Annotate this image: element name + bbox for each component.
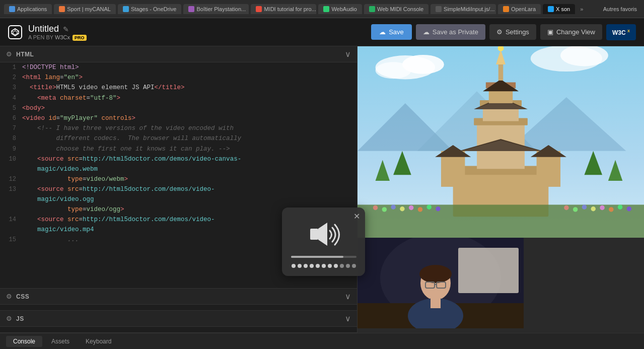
svg-rect-70 (431, 297, 441, 308)
tab-sport[interactable]: Sport | myCANAL (54, 4, 116, 14)
code-line-5: 5 <body> (0, 103, 357, 113)
svg-point-41 (382, 207, 387, 212)
volume-dot-5 (316, 264, 320, 268)
pen-username[interactable]: W3Cx (55, 34, 70, 40)
css-panel-title: CSS (16, 293, 341, 300)
js-panel-title: JS (16, 315, 341, 322)
tab-applications[interactable]: Applications (4, 4, 52, 14)
tab-label-sport: Sport | myCANAL (67, 6, 111, 12)
more-tabs-button[interactable]: » (577, 4, 586, 14)
svg-point-13 (376, 62, 411, 79)
tab-favicon-github (436, 6, 442, 12)
tab-stages[interactable]: Stages - OneDrive (118, 4, 181, 14)
volume-icon (306, 220, 341, 250)
svg-point-44 (409, 205, 413, 210)
tab-console[interactable]: Console (6, 336, 42, 347)
save-private-button[interactable]: ☁ Save as Private (416, 24, 485, 40)
tab-webmidi[interactable]: Web MIDI Console (364, 4, 428, 14)
codepen-logo-icon (11, 28, 19, 36)
codepen-title-section: Untitled ✎ A PEN BY W3Cx PRO (28, 24, 371, 40)
css-panel-collapse-button[interactable]: ∨ (345, 292, 351, 301)
change-view-button[interactable]: ▣ Change View (540, 24, 602, 40)
codepen-toolbar: Untitled ✎ A PEN BY W3Cx PRO ☁ Save ☁ Sa… (0, 18, 644, 46)
keyboard-tab-label: Keyboard (86, 338, 111, 345)
tab-boitier[interactable]: Boîtier Playstation... (183, 4, 249, 14)
code-line-10: 10 <source src=http://html5doctor.com/de… (0, 154, 357, 164)
code-line-13: 13 <source src=http://html5doctor.com/de… (0, 184, 357, 194)
edit-title-icon[interactable]: ✎ (63, 25, 69, 33)
html-panel-collapse-button[interactable]: ∨ (345, 49, 351, 59)
volume-slider-fill (291, 256, 343, 258)
svg-point-55 (627, 206, 631, 211)
volume-dot-8 (334, 264, 338, 268)
svg-point-54 (618, 204, 622, 209)
pen-title: Untitled ✎ (28, 24, 371, 34)
html-panel-title: HTML (16, 51, 341, 58)
save-private-label: Save as Private (433, 28, 478, 36)
tab-x-son[interactable]: X son (543, 4, 575, 14)
tab-openlara[interactable]: OpenLara (498, 4, 541, 14)
code-line-13b: magic/video.ogg (0, 194, 357, 204)
favorites-label: Autres favoris (600, 4, 640, 14)
save-button[interactable]: ☁ Save (371, 24, 412, 40)
assets-tab-label: Assets (51, 338, 69, 345)
tab-assets[interactable]: Assets (44, 336, 77, 347)
settings-label: Settings (506, 28, 529, 36)
tab-favicon-x-son (548, 6, 554, 12)
css-panel-header: ⚙ CSS ∨ (0, 289, 357, 305)
toolbar-actions: ☁ Save ☁ Save as Private ⚙ Settings ▣ Ch… (371, 24, 636, 40)
tab-favicon-midi (256, 6, 262, 12)
tab-label-boitier: Boîtier Playstation... (196, 6, 246, 12)
preview-section (357, 46, 644, 333)
webcam-image (357, 238, 524, 328)
pen-by-label: A PEN BY (28, 34, 53, 40)
volume-slider-track[interactable] (291, 256, 356, 258)
w3c-badge-label: W3C (612, 29, 626, 36)
browser-tab-bar: Applications Sport | myCANAL Stages - On… (0, 0, 644, 18)
html-panel-gear-icon[interactable]: ⚙ (6, 50, 12, 58)
w3c-badge-button[interactable]: W3C x (606, 24, 636, 40)
tab-keyboard[interactable]: Keyboard (79, 336, 118, 347)
browser-tabs: Applications Sport | myCANAL Stages - On… (4, 4, 597, 14)
volume-close-button[interactable]: ✕ (353, 212, 360, 221)
tab-webaudio[interactable]: WebAudio (318, 4, 362, 14)
settings-button[interactable]: ⚙ Settings (489, 24, 536, 40)
code-line-6: 6 <video id="myPlayer" controls> (0, 113, 357, 123)
pen-subtitle: A PEN BY W3Cx PRO (28, 34, 371, 40)
volume-dot-4 (310, 264, 314, 268)
svg-point-40 (373, 205, 378, 210)
html-panel-header: ⚙ HTML ∨ (0, 46, 357, 62)
preview-bottom (357, 238, 644, 333)
svg-point-48 (564, 205, 568, 210)
volume-dot-10 (346, 264, 350, 268)
volume-popup: ✕ (282, 207, 365, 276)
volume-dot-3 (304, 264, 308, 268)
volume-dot-1 (292, 264, 296, 268)
tab-github[interactable]: SimpleMidiInput.js/... (431, 4, 496, 14)
js-panel-gear-icon[interactable]: ⚙ (6, 315, 12, 322)
js-panel-collapse-button[interactable]: ∨ (345, 314, 351, 323)
code-line-2: 2 <html lang="en"> (0, 73, 357, 83)
code-line-11: magic/video.webm (0, 164, 357, 174)
svg-point-65 (419, 265, 452, 283)
svg-point-43 (400, 206, 404, 211)
preview-top (357, 46, 644, 238)
editor-section: ⚙ HTML ∨ 1 <!DOCTYPE html> 2 <html lang=… (0, 46, 357, 333)
code-line-7: 7 <!-- I have three versions of the vide… (0, 123, 357, 133)
pro-badge: PRO (73, 35, 87, 41)
pen-title-text: Untitled (28, 24, 59, 34)
tab-midi-tutorial[interactable]: MIDI tutorial for pro... (251, 4, 316, 14)
tab-label-webaudio: WebAudio (331, 6, 357, 12)
tab-label-x-son: X son (556, 6, 570, 12)
code-line-4: 4 <meta charset="utf-8"> (0, 93, 357, 103)
svg-point-45 (418, 207, 422, 212)
codepen-logo[interactable] (8, 25, 22, 39)
preview-anime-image (357, 46, 644, 238)
css-panel-gear-icon[interactable]: ⚙ (6, 293, 12, 300)
js-panel-header: ⚙ JS ∨ (0, 311, 357, 327)
volume-dot-11 (352, 264, 356, 268)
svg-rect-63 (458, 248, 519, 293)
svg-point-53 (609, 207, 613, 212)
tab-favicon-applications (9, 6, 15, 12)
volume-dot-6 (322, 264, 326, 268)
